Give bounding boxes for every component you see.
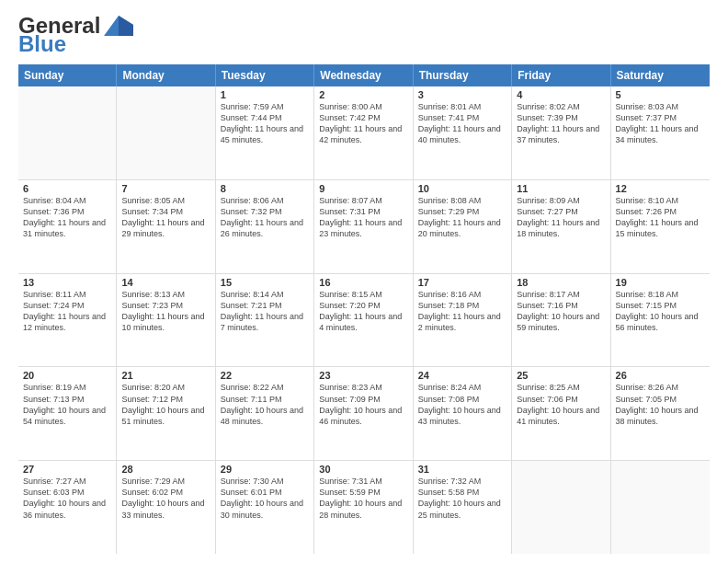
day-number: 10 [418, 183, 506, 194]
day-number: 29 [221, 464, 309, 475]
calendar-cell: 15Sunrise: 8:14 AMSunset: 7:21 PMDayligh… [216, 274, 314, 367]
day-number: 19 [616, 277, 705, 288]
cell-info: Sunrise: 8:09 AMSunset: 7:27 PMDaylight:… [517, 195, 605, 240]
calendar-cell: 13Sunrise: 8:11 AMSunset: 7:24 PMDayligh… [18, 274, 117, 367]
cell-info: Sunrise: 8:06 AMSunset: 7:32 PMDaylight:… [221, 195, 309, 240]
day-number: 31 [418, 464, 506, 475]
day-number: 23 [319, 370, 407, 381]
svg-marker-1 [119, 16, 133, 36]
logo-blue: Blue [18, 33, 66, 55]
cell-info: Sunrise: 8:01 AMSunset: 7:41 PMDaylight:… [418, 101, 506, 146]
day-header-wednesday: Wednesday [314, 64, 413, 86]
calendar-cell: 30Sunrise: 7:31 AMSunset: 5:59 PMDayligh… [314, 461, 413, 554]
calendar-cell: 19Sunrise: 8:18 AMSunset: 7:15 PMDayligh… [611, 274, 710, 367]
day-number: 4 [517, 89, 605, 100]
cell-info: Sunrise: 8:16 AMSunset: 7:18 PMDaylight:… [418, 289, 506, 334]
calendar-body: 1Sunrise: 7:59 AMSunset: 7:44 PMDaylight… [18, 86, 710, 554]
calendar-cell: 23Sunrise: 8:23 AMSunset: 7:09 PMDayligh… [314, 367, 413, 460]
day-number: 25 [517, 370, 605, 381]
cell-info: Sunrise: 8:13 AMSunset: 7:23 PMDaylight:… [121, 289, 210, 334]
day-number: 9 [319, 183, 407, 194]
calendar-cell: 20Sunrise: 8:19 AMSunset: 7:13 PMDayligh… [18, 367, 117, 460]
calendar-cell [117, 86, 215, 179]
logo-icon [104, 16, 133, 36]
calendar-row-4: 27Sunrise: 7:27 AMSunset: 6:03 PMDayligh… [18, 461, 710, 554]
cell-info: Sunrise: 8:15 AMSunset: 7:20 PMDaylight:… [319, 289, 407, 334]
day-number: 6 [23, 183, 111, 194]
cell-info: Sunrise: 8:24 AMSunset: 7:08 PMDaylight:… [418, 382, 506, 427]
calendar-cell: 18Sunrise: 8:17 AMSunset: 7:16 PMDayligh… [512, 274, 610, 367]
calendar-cell: 16Sunrise: 8:15 AMSunset: 7:20 PMDayligh… [314, 274, 413, 367]
calendar-cell: 22Sunrise: 8:22 AMSunset: 7:11 PMDayligh… [216, 367, 314, 460]
day-number: 22 [221, 370, 309, 381]
cell-info: Sunrise: 8:02 AMSunset: 7:39 PMDaylight:… [517, 101, 605, 146]
day-number: 3 [418, 89, 506, 100]
day-number: 28 [121, 464, 210, 475]
cell-info: Sunrise: 7:30 AMSunset: 6:01 PMDaylight:… [221, 476, 309, 521]
day-number: 12 [616, 183, 705, 194]
calendar-cell: 31Sunrise: 7:32 AMSunset: 5:58 PMDayligh… [414, 461, 512, 554]
cell-info: Sunrise: 8:23 AMSunset: 7:09 PMDaylight:… [319, 382, 407, 427]
day-number: 27 [23, 464, 111, 475]
calendar: SundayMondayTuesdayWednesdayThursdayFrid… [18, 64, 710, 554]
calendar-cell: 10Sunrise: 8:08 AMSunset: 7:29 PMDayligh… [414, 180, 512, 273]
calendar-cell: 14Sunrise: 8:13 AMSunset: 7:23 PMDayligh… [117, 274, 215, 367]
cell-info: Sunrise: 8:04 AMSunset: 7:36 PMDaylight:… [23, 195, 111, 240]
calendar-row-3: 20Sunrise: 8:19 AMSunset: 7:13 PMDayligh… [18, 367, 710, 461]
cell-info: Sunrise: 8:22 AMSunset: 7:11 PMDaylight:… [221, 382, 309, 427]
calendar-cell: 12Sunrise: 8:10 AMSunset: 7:26 PMDayligh… [611, 180, 710, 273]
cell-info: Sunrise: 8:25 AMSunset: 7:06 PMDaylight:… [517, 382, 605, 427]
day-number: 24 [418, 370, 506, 381]
cell-info: Sunrise: 7:32 AMSunset: 5:58 PMDaylight:… [418, 476, 506, 521]
calendar-cell: 24Sunrise: 8:24 AMSunset: 7:08 PMDayligh… [414, 367, 512, 460]
calendar-cell: 1Sunrise: 7:59 AMSunset: 7:44 PMDaylight… [216, 86, 314, 179]
calendar-row-2: 13Sunrise: 8:11 AMSunset: 7:24 PMDayligh… [18, 274, 710, 368]
calendar-cell: 11Sunrise: 8:09 AMSunset: 7:27 PMDayligh… [512, 180, 610, 273]
cell-info: Sunrise: 8:07 AMSunset: 7:31 PMDaylight:… [319, 195, 407, 240]
calendar-header: SundayMondayTuesdayWednesdayThursdayFrid… [18, 64, 710, 86]
day-number: 15 [221, 277, 309, 288]
calendar-cell: 3Sunrise: 8:01 AMSunset: 7:41 PMDaylight… [414, 86, 512, 179]
calendar-cell: 5Sunrise: 8:03 AMSunset: 7:37 PMDaylight… [611, 86, 710, 179]
day-number: 21 [121, 370, 210, 381]
calendar-cell: 28Sunrise: 7:29 AMSunset: 6:02 PMDayligh… [117, 461, 215, 554]
day-number: 30 [319, 464, 407, 475]
logo: General Blue [18, 15, 133, 55]
day-header-sunday: Sunday [18, 64, 117, 86]
calendar-cell: 4Sunrise: 8:02 AMSunset: 7:39 PMDaylight… [512, 86, 610, 179]
calendar-cell: 6Sunrise: 8:04 AMSunset: 7:36 PMDaylight… [18, 180, 117, 273]
cell-info: Sunrise: 8:11 AMSunset: 7:24 PMDaylight:… [23, 289, 111, 334]
cell-info: Sunrise: 8:03 AMSunset: 7:37 PMDaylight:… [616, 101, 705, 146]
cell-info: Sunrise: 8:00 AMSunset: 7:42 PMDaylight:… [319, 101, 407, 146]
calendar-cell: 17Sunrise: 8:16 AMSunset: 7:18 PMDayligh… [414, 274, 512, 367]
day-number: 20 [23, 370, 111, 381]
cell-info: Sunrise: 8:18 AMSunset: 7:15 PMDaylight:… [616, 289, 705, 334]
cell-info: Sunrise: 7:29 AMSunset: 6:02 PMDaylight:… [121, 476, 210, 521]
cell-info: Sunrise: 8:14 AMSunset: 7:21 PMDaylight:… [221, 289, 309, 334]
day-header-thursday: Thursday [414, 64, 512, 86]
cell-info: Sunrise: 8:19 AMSunset: 7:13 PMDaylight:… [23, 382, 111, 427]
calendar-cell: 26Sunrise: 8:26 AMSunset: 7:05 PMDayligh… [611, 367, 710, 460]
day-number: 11 [517, 183, 605, 194]
calendar-cell: 21Sunrise: 8:20 AMSunset: 7:12 PMDayligh… [117, 367, 215, 460]
day-number: 1 [221, 89, 309, 100]
cell-info: Sunrise: 7:27 AMSunset: 6:03 PMDaylight:… [23, 476, 111, 521]
day-number: 18 [517, 277, 605, 288]
day-number: 7 [121, 183, 210, 194]
calendar-cell [18, 86, 117, 179]
cell-info: Sunrise: 8:20 AMSunset: 7:12 PMDaylight:… [121, 382, 210, 427]
day-header-saturday: Saturday [611, 64, 710, 86]
calendar-cell [512, 461, 610, 554]
calendar-cell: 9Sunrise: 8:07 AMSunset: 7:31 PMDaylight… [314, 180, 413, 273]
day-number: 2 [319, 89, 407, 100]
day-number: 17 [418, 277, 506, 288]
calendar-cell: 2Sunrise: 8:00 AMSunset: 7:42 PMDaylight… [314, 86, 413, 179]
cell-info: Sunrise: 7:59 AMSunset: 7:44 PMDaylight:… [221, 101, 309, 146]
day-header-friday: Friday [512, 64, 610, 86]
day-number: 8 [221, 183, 309, 194]
header: General Blue [18, 15, 710, 55]
calendar-cell: 27Sunrise: 7:27 AMSunset: 6:03 PMDayligh… [18, 461, 117, 554]
calendar-cell: 29Sunrise: 7:30 AMSunset: 6:01 PMDayligh… [216, 461, 314, 554]
cell-info: Sunrise: 8:05 AMSunset: 7:34 PMDaylight:… [121, 195, 210, 240]
calendar-row-1: 6Sunrise: 8:04 AMSunset: 7:36 PMDaylight… [18, 180, 710, 274]
